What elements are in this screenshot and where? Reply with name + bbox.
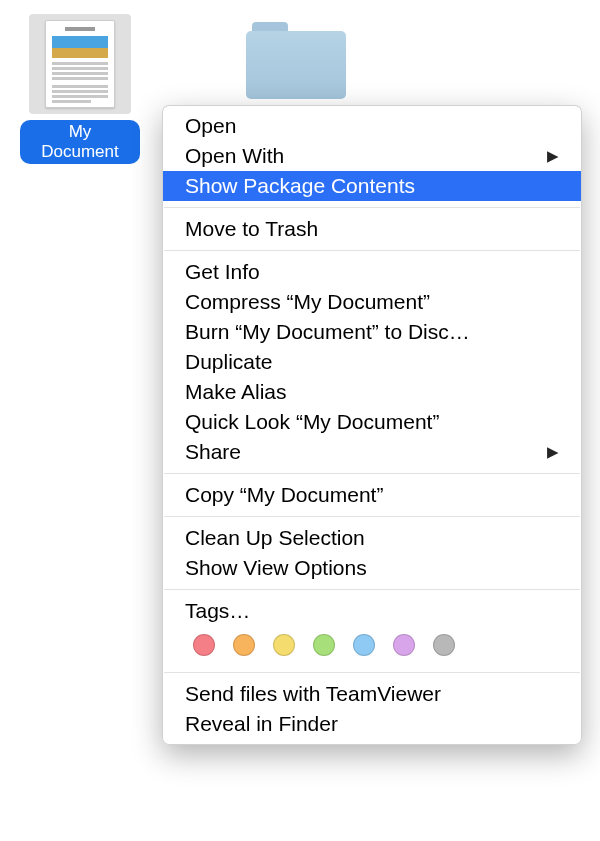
menu-label: Clean Up Selection xyxy=(185,526,365,550)
menu-label: Reveal in Finder xyxy=(185,712,338,736)
menu-item-compress[interactable]: Compress “My Document” xyxy=(163,287,581,317)
menu-separator xyxy=(164,672,580,673)
tag-red[interactable] xyxy=(193,634,215,656)
menu-separator xyxy=(164,516,580,517)
tag-blue[interactable] xyxy=(353,634,375,656)
menu-label: Make Alias xyxy=(185,380,287,404)
menu-item-clean-up[interactable]: Clean Up Selection xyxy=(163,523,581,553)
menu-item-reveal-in-finder[interactable]: Reveal in Finder xyxy=(163,709,581,739)
tag-gray[interactable] xyxy=(433,634,455,656)
menu-item-make-alias[interactable]: Make Alias xyxy=(163,377,581,407)
document-icon xyxy=(29,14,131,114)
menu-item-burn[interactable]: Burn “My Document” to Disc… xyxy=(163,317,581,347)
menu-label: Share xyxy=(185,440,241,464)
menu-item-copy[interactable]: Copy “My Document” xyxy=(163,480,581,510)
menu-label: Tags… xyxy=(185,599,250,623)
menu-item-show-package-contents[interactable]: Show Package Contents xyxy=(163,171,581,201)
menu-separator xyxy=(164,589,580,590)
menu-item-send-teamviewer[interactable]: Send files with TeamViewer xyxy=(163,679,581,709)
menu-label: Show Package Contents xyxy=(185,174,415,198)
menu-label: Compress “My Document” xyxy=(185,290,430,314)
menu-item-open-with[interactable]: Open With ▶ xyxy=(163,141,581,171)
desktop-item-document[interactable]: My Document xyxy=(20,14,140,164)
icon-label: My Document xyxy=(20,120,140,164)
menu-label: Move to Trash xyxy=(185,217,318,241)
menu-separator xyxy=(164,207,580,208)
menu-label: Open With xyxy=(185,144,284,168)
submenu-arrow-icon: ▶ xyxy=(547,147,559,165)
menu-item-tags[interactable]: Tags… xyxy=(163,596,581,626)
menu-item-share[interactable]: Share ▶ xyxy=(163,437,581,467)
tag-yellow[interactable] xyxy=(273,634,295,656)
menu-item-move-to-trash[interactable]: Move to Trash xyxy=(163,214,581,244)
tag-orange[interactable] xyxy=(233,634,255,656)
tags-row xyxy=(163,626,581,666)
tag-green[interactable] xyxy=(313,634,335,656)
menu-label: Quick Look “My Document” xyxy=(185,410,439,434)
menu-label: Show View Options xyxy=(185,556,367,580)
menu-separator xyxy=(164,473,580,474)
menu-label: Get Info xyxy=(185,260,260,284)
menu-item-quick-look[interactable]: Quick Look “My Document” xyxy=(163,407,581,437)
menu-item-duplicate[interactable]: Duplicate xyxy=(163,347,581,377)
menu-label: Copy “My Document” xyxy=(185,483,383,507)
menu-label: Open xyxy=(185,114,236,138)
menu-label: Duplicate xyxy=(185,350,273,374)
menu-item-get-info[interactable]: Get Info xyxy=(163,257,581,287)
folder-icon xyxy=(246,22,346,100)
menu-item-open[interactable]: Open xyxy=(163,111,581,141)
context-menu: Open Open With ▶ Show Package Contents M… xyxy=(162,105,582,745)
menu-label: Burn “My Document” to Disc… xyxy=(185,320,470,344)
tag-purple[interactable] xyxy=(393,634,415,656)
submenu-arrow-icon: ▶ xyxy=(547,443,559,461)
menu-label: Send files with TeamViewer xyxy=(185,682,441,706)
menu-separator xyxy=(164,250,580,251)
menu-item-view-options[interactable]: Show View Options xyxy=(163,553,581,583)
